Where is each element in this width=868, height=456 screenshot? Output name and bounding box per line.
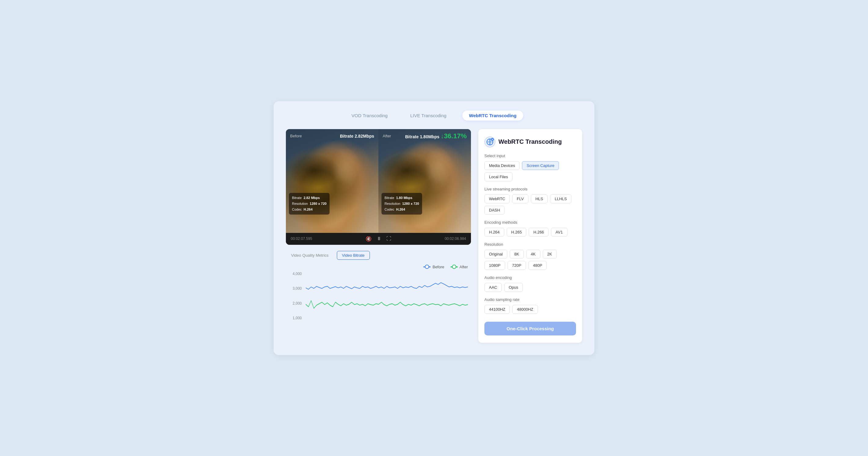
chart-svg: [306, 272, 468, 321]
a-res-val: 1280 x 720: [402, 202, 419, 205]
option-dash[interactable]: DASH: [485, 206, 504, 215]
y-label-3000: 3,000: [289, 286, 304, 291]
resolution-options: Original 8K 4K 2K 1080P 720P 480P: [485, 250, 576, 270]
pause-button[interactable]: ⏸: [377, 236, 381, 242]
y-label-2000: 2,000: [289, 301, 304, 305]
settings-header: WebRTC Transcoding: [485, 136, 576, 148]
section-audio-sampling: Audio sampling rate 44100HZ 48000HZ: [485, 297, 576, 314]
section-resolution: Resolution Original 8K 4K 2K 1080P 720P …: [485, 242, 576, 270]
option-media-devices[interactable]: Media Devices: [485, 161, 520, 170]
bitrate-reduction: ↓36.17%: [440, 132, 467, 140]
protocol-section-label: Live streaming protocols: [485, 187, 576, 191]
option-h264[interactable]: H.264: [485, 228, 504, 236]
option-aac[interactable]: AAC: [485, 283, 502, 292]
option-screen-capture[interactable]: Screen Capture: [522, 161, 559, 170]
option-720p[interactable]: 720P: [507, 261, 526, 270]
input-section-label: Select input: [485, 154, 576, 158]
tab-video-bitrate[interactable]: Video Bitrate: [337, 251, 370, 260]
before-photo: [286, 129, 378, 233]
option-44100hz[interactable]: 44100HZ: [485, 305, 510, 314]
legend-before-label: Before: [432, 265, 444, 269]
section-audio-encoding: Audio encoding AAC Opus: [485, 275, 576, 292]
settings-title: WebRTC Transcoding: [498, 138, 562, 145]
before-label: Before: [290, 134, 302, 138]
option-h265[interactable]: H.265: [507, 228, 527, 236]
option-h266[interactable]: H.266: [529, 228, 549, 236]
before-bitrate: Bitrate 2.82Mbps: [340, 134, 374, 138]
legend-after-dot: [451, 266, 458, 267]
tab-vod[interactable]: VOD Transcoding: [345, 110, 394, 121]
video-header: Before Bitrate 2.82Mbps After Bitrate 1.…: [286, 129, 471, 143]
encoding-options: H.264 H.265 H.266 AV1: [485, 228, 576, 236]
option-hls[interactable]: HLS: [531, 194, 548, 203]
video-controls: 🔇 ⏸ ⛶: [366, 236, 391, 242]
section-encoding: Encoding methods H.264 H.265 H.266 AV1: [485, 220, 576, 236]
tab-video-quality[interactable]: Video Quality Metrics: [286, 251, 334, 260]
video-comparison: Before Bitrate 2.82Mbps After Bitrate 1.…: [286, 129, 471, 245]
after-timestamp: 00:02:06.984: [445, 236, 466, 241]
after-bitrate-value: 1.80Mbps: [420, 134, 439, 139]
chart-legend: Before After: [289, 265, 468, 269]
before-bitrate-label: Bitrate: [340, 134, 353, 138]
a-codec-val: H.264: [396, 207, 405, 211]
after-bitrate-label: Bitrate: [405, 134, 418, 139]
option-opus[interactable]: Opus: [504, 283, 523, 292]
legend-before-dot: [423, 266, 431, 267]
fullscreen-button[interactable]: ⛶: [386, 236, 391, 242]
left-panel: Before Bitrate 2.82Mbps After Bitrate 1.…: [286, 129, 471, 343]
section-input: Select input Media Devices Screen Captur…: [485, 154, 576, 181]
chart-tabs: Video Quality Metrics Video Bitrate: [286, 251, 471, 260]
option-webrtc[interactable]: WebRTC: [485, 194, 510, 203]
option-8k[interactable]: 8K: [510, 250, 524, 259]
option-48000hz[interactable]: 48000HZ: [512, 305, 537, 314]
option-av1[interactable]: AV1: [551, 228, 567, 236]
resolution-section-label: Resolution: [485, 242, 576, 247]
b-res-lbl: Resolution: [292, 202, 308, 205]
b-bitrate-val: 2.82 Mbps: [304, 196, 320, 200]
y-label-1000: 1,000: [289, 316, 304, 320]
chart-wrapper: Before After 4,000 3,000 2,000 1,000: [286, 265, 471, 321]
a-res-lbl: Resolution: [384, 202, 400, 205]
b-codec-val: H.264: [304, 207, 312, 211]
tab-webrtc[interactable]: WebRTC Transcoding: [462, 110, 524, 121]
before-timestamp: 00:02:07.595: [291, 236, 312, 241]
option-flv[interactable]: FLV: [512, 194, 528, 203]
mute-button[interactable]: 🔇: [366, 236, 372, 242]
option-2k[interactable]: 2K: [543, 250, 557, 259]
option-local-files[interactable]: Local Files: [485, 172, 513, 181]
option-llhls[interactable]: LLHLS: [550, 194, 571, 203]
chart-svg-container: [306, 272, 468, 321]
before-line: [306, 283, 468, 289]
after-photo: [378, 129, 471, 233]
chart-area: 4,000 3,000 2,000 1,000: [289, 272, 468, 321]
a-codec-lbl: Codec: [384, 207, 394, 211]
b-codec-lbl: Codec: [292, 207, 302, 211]
after-frame: Bitrate 1.80 Mbps Resolution 1280 x 720 …: [378, 129, 471, 233]
encoding-section-label: Encoding methods: [485, 220, 576, 225]
option-4k[interactable]: 4K: [526, 250, 540, 259]
before-header: Before Bitrate 2.82Mbps: [286, 129, 378, 143]
after-bitrate: Bitrate 1.80Mbps ↓36.17%: [405, 132, 467, 140]
video-footer: 00:02:07.595 🔇 ⏸ ⛶ 00:02:06.984: [286, 233, 471, 245]
b-res-val: 1280 x 720: [310, 202, 327, 205]
tab-live[interactable]: LIVE Transcoding: [403, 110, 453, 121]
audio-sampling-section-label: Audio sampling rate: [485, 297, 576, 302]
process-button[interactable]: One-Click Processing: [485, 322, 576, 335]
audio-sampling-options: 44100HZ 48000HZ: [485, 305, 576, 314]
option-original[interactable]: Original: [485, 250, 507, 259]
before-bitrate-value: 2.82Mbps: [354, 134, 374, 138]
tab-bar: VOD Transcoding LIVE Transcoding WebRTC …: [286, 110, 582, 121]
input-options: Media Devices Screen Capture Local Files: [485, 161, 576, 181]
after-label: After: [383, 134, 391, 138]
app-container: VOD Transcoding LIVE Transcoding WebRTC …: [274, 101, 594, 355]
chart-yaxis: 4,000 3,000 2,000 1,000: [289, 272, 304, 321]
after-header: After Bitrate 1.80Mbps ↓36.17%: [378, 129, 471, 143]
protocol-options: WebRTC FLV HLS LLHLS DASH: [485, 194, 576, 215]
section-protocol: Live streaming protocols WebRTC FLV HLS …: [485, 187, 576, 215]
before-frame: Bitrate 2.82 Mbps Resolution 1280 x 720 …: [286, 129, 378, 233]
option-1080p[interactable]: 1080P: [485, 261, 505, 270]
legend-after-label: After: [460, 265, 468, 269]
a-bitrate-val: 1.80 Mbps: [396, 196, 412, 200]
option-480p[interactable]: 480P: [528, 261, 547, 270]
legend-after: After: [451, 265, 468, 269]
